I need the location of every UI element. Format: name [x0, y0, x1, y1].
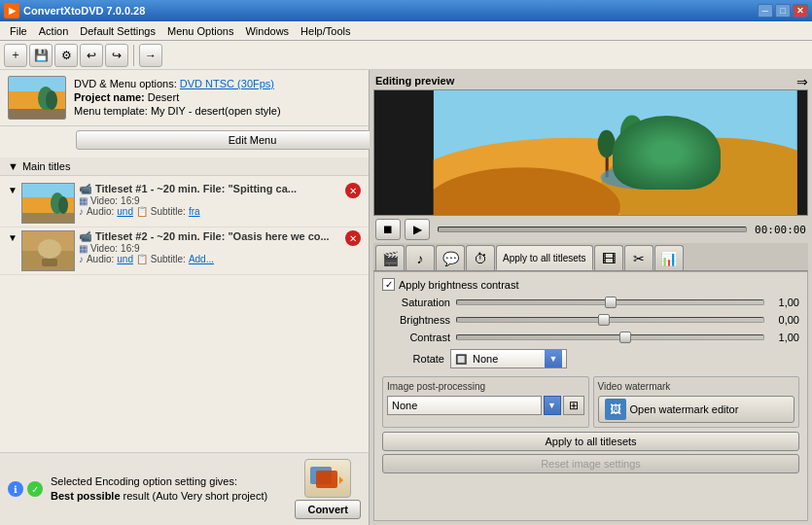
main-titles-label: Main titles [22, 160, 71, 172]
titleset-2-audio-link[interactable]: und [117, 254, 133, 264]
window-controls: ─ □ ✕ [758, 4, 808, 18]
edit-tabs: 🎬 ♪ 💬 ⏱ Apply to all titlesets 🎞 ✂ 📊 [373, 243, 808, 271]
preview-image [374, 90, 807, 215]
tab-audio[interactable]: ♪ [406, 245, 435, 270]
dvd-info: DVD & Menu options: DVD NTSC (30Fps) Pro… [74, 78, 361, 119]
tab-video[interactable]: 🎬 [375, 245, 405, 270]
svg-point-4 [46, 90, 57, 110]
post-processing-dropdown-row: None ▼ ⊞ [387, 396, 584, 415]
menu-action[interactable]: Action [33, 23, 75, 39]
titleset-item: ▼ 📹 Titleset #2 [0, 228, 369, 275]
apply-all-titlesets-button[interactable]: Apply to all titlesets [382, 432, 799, 451]
menu-file[interactable]: File [4, 23, 33, 39]
titleset-1-audio-link[interactable]: und [117, 206, 133, 217]
brightness-thumb[interactable] [598, 314, 610, 326]
svg-point-29 [601, 165, 680, 189]
apply-brightness-checkbox[interactable]: ✓ [382, 278, 395, 291]
left-panel: DVD & Menu options: DVD NTSC (30Fps) Pro… [0, 70, 370, 525]
contrast-label: Contrast [382, 332, 450, 343]
post-processing-extra-btn[interactable]: ⊞ [563, 396, 584, 415]
post-processing-label: Image post-processing [387, 381, 584, 392]
titleset-1-thumb [21, 183, 75, 224]
titleset-1-remove-button[interactable]: ✕ [345, 183, 361, 198]
tab-cut[interactable]: ✂ [624, 245, 653, 270]
bottom-panel: ℹ ✓ Selected Encoding option setting giv… [0, 452, 369, 525]
preview-arrow[interactable]: ⇒ [796, 74, 808, 89]
contrast-value: 1,00 [770, 332, 799, 343]
minimize-button[interactable]: ─ [758, 4, 773, 18]
close-button[interactable]: ✕ [793, 4, 808, 18]
stop-button[interactable]: ⏹ [375, 219, 401, 240]
open-watermark-button[interactable]: 🖼 Open watermark editor [598, 396, 795, 423]
app-icon: ▶ [4, 3, 19, 18]
rotate-row: Rotate 🔲 None ▼ [382, 349, 799, 368]
titlebar: ▶ ConvertXtoDVD 7.0.0.28 ─ □ ✕ [0, 0, 812, 21]
rotate-label: Rotate [382, 353, 450, 365]
saturation-slider[interactable] [456, 299, 764, 305]
svg-marker-17 [339, 476, 343, 484]
convert-button[interactable]: Convert [295, 500, 361, 519]
tab-chapters[interactable]: ⏱ [466, 245, 495, 270]
post-processing-select[interactable]: None [387, 396, 542, 415]
titleset-2-remove-button[interactable]: ✕ [345, 230, 361, 246]
contrast-slider[interactable] [456, 334, 764, 340]
add-button[interactable]: ＋ [4, 44, 27, 67]
menu-default-settings[interactable]: Default Settings [74, 23, 161, 39]
toolbar: ＋ 💾 ⚙ ↩ ↪ → [0, 41, 812, 70]
brightness-row: Brightness 0,00 [382, 314, 799, 326]
tab-subtitles[interactable]: 💬 [436, 245, 465, 270]
saturation-value: 1,00 [770, 297, 799, 308]
redo-button[interactable]: ↪ [105, 44, 128, 67]
svg-point-21 [601, 138, 807, 215]
svg-point-24 [620, 116, 644, 151]
status-icons: ℹ ✓ [8, 481, 43, 497]
expand-icon[interactable]: ▼ [8, 160, 18, 172]
app-title: ConvertXtoDVD 7.0.0.28 [23, 5, 758, 17]
titleset-1-info: 📹 Titleset #1 - ~20 min. File: "Spitting… [79, 183, 341, 217]
brightness-slider[interactable] [456, 317, 764, 323]
reset-image-settings-button[interactable]: Reset image settings [382, 454, 799, 473]
play-button[interactable]: ▶ [405, 219, 430, 240]
brightness-value: 0,00 [770, 314, 799, 326]
saturation-thumb[interactable] [605, 297, 617, 308]
time-display: 00:00:00 [755, 224, 806, 236]
titleset-2-title: 📹 Titleset #2 - ~20 min. File: "Oasis he… [79, 230, 341, 243]
maximize-button[interactable]: □ [775, 4, 791, 18]
contrast-thumb[interactable] [619, 332, 631, 343]
expand-titleset-1[interactable]: ▼ [8, 185, 18, 195]
main-titles-header: ▼ Main titles [0, 158, 369, 176]
menu-menu-options[interactable]: Menu Options [161, 23, 239, 39]
titleset-2-subtitle-link[interactable]: Add... [189, 254, 214, 264]
menu-windows[interactable]: Windows [239, 23, 295, 39]
expand-titleset-2[interactable]: ▼ [8, 232, 18, 243]
save-button[interactable]: 💾 [29, 44, 53, 67]
titleset-1-video: ▦ Video: 16:9 [79, 195, 341, 206]
info-icon: ℹ [8, 481, 23, 497]
titleset-1-title: 📹 Titleset #1 - ~20 min. File: "Spitting… [79, 183, 341, 195]
undo-button[interactable]: ↩ [80, 44, 103, 67]
rotate-dropdown-arrow[interactable]: ▼ [545, 350, 562, 368]
svg-point-26 [652, 123, 671, 153]
svg-point-12 [38, 239, 61, 259]
tab-extra[interactable]: 📊 [654, 245, 684, 270]
right-panel: Editing preview ⇒ [370, 70, 812, 525]
svg-rect-30 [374, 90, 434, 215]
menu-help[interactable]: Help/Tools [295, 23, 356, 39]
tab-image-settings[interactable]: Apply to all titlesets [496, 245, 593, 270]
post-processing-dropdown-btn[interactable]: ▼ [544, 396, 561, 415]
rotate-value: None [473, 353, 498, 365]
seekbar[interactable] [438, 227, 747, 232]
contrast-row: Contrast 1,00 [382, 332, 799, 343]
forward-button[interactable]: → [139, 44, 162, 67]
dvd-format-link[interactable]: DVD NTSC (30Fps) [180, 78, 274, 89]
titleset-2-info: 📹 Titleset #2 - ~20 min. File: "Oasis he… [79, 230, 341, 264]
saturation-label: Saturation [382, 297, 450, 308]
edit-content: ✓ Apply brightness contrast Saturation 1… [373, 271, 808, 521]
rotate-select[interactable]: 🔲 None ▼ [450, 349, 567, 368]
settings-button[interactable]: ⚙ [54, 44, 78, 67]
watermark-box: Video watermark 🖼 Open watermark editor [593, 376, 800, 428]
svg-point-9 [58, 196, 68, 214]
tab-transition[interactable]: 🎞 [594, 245, 623, 270]
svg-rect-14 [42, 259, 57, 266]
titleset-1-subtitle-link[interactable]: fra [189, 206, 200, 217]
